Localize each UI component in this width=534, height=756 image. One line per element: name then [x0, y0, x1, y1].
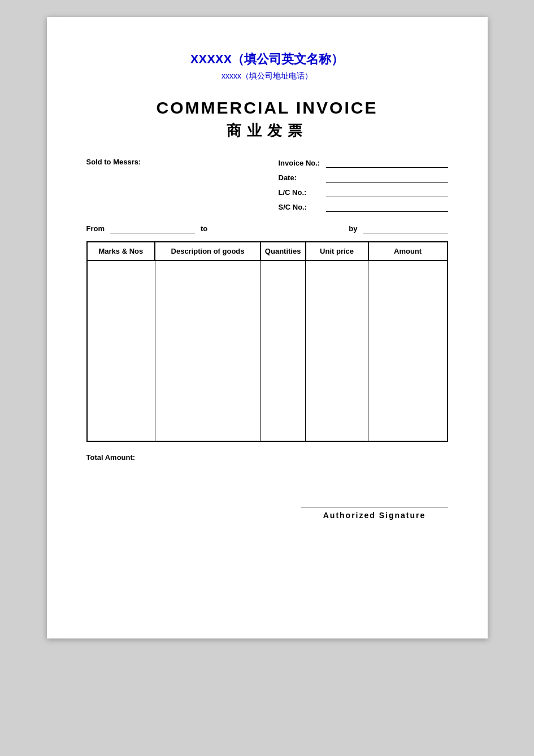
unit-price-cell[interactable]	[306, 260, 368, 441]
sc-no-field[interactable]	[326, 202, 448, 212]
invoice-page: XXXXX（填公司英文名称） xxxxx（填公司地址电话） COMMERCIAL…	[47, 17, 488, 638]
total-amount-label: Total Amount:	[86, 453, 448, 462]
col-unit-price-header: Unit price	[306, 242, 368, 260]
company-header: XXXXX（填公司英文名称） xxxxx（填公司地址电话）	[86, 51, 448, 81]
to-label: to	[201, 224, 207, 233]
col-quantities-header: Quantities	[261, 242, 306, 260]
invoice-no-row: Invoice No.:	[279, 158, 448, 168]
info-section: Sold to Messrs: Invoice No.: Date: L/C N…	[86, 158, 448, 212]
signature-line	[301, 507, 448, 507]
invoice-no-field[interactable]	[326, 158, 448, 168]
by-label: by	[349, 224, 357, 233]
info-right: Invoice No.: Date: L/C No.: S/C No.:	[279, 158, 448, 212]
sc-no-row: S/C No.:	[279, 202, 448, 212]
from-label: From	[86, 224, 105, 233]
info-left: Sold to Messrs:	[86, 158, 279, 212]
from-field[interactable]	[110, 223, 195, 233]
company-address: xxxxx（填公司地址电话）	[86, 71, 448, 81]
col-amount-header: Amount	[368, 242, 448, 260]
invoice-table: Marks & Nos Description of goods Quantit…	[86, 241, 448, 442]
table-row	[87, 260, 448, 441]
lc-no-label: L/C No.:	[279, 188, 324, 197]
from-to-by-row: From to by	[86, 223, 448, 233]
date-field[interactable]	[326, 172, 448, 183]
description-cell[interactable]	[155, 260, 261, 441]
invoice-title-english: COMMERCIAL INVOICE	[86, 98, 448, 118]
date-label: Date:	[279, 173, 324, 182]
lc-no-field[interactable]	[326, 187, 448, 197]
marks-cell[interactable]	[87, 260, 155, 441]
signature-label: Authorized Signature	[301, 511, 448, 520]
invoice-title-chinese: 商业发票	[86, 121, 448, 141]
by-field[interactable]	[363, 223, 448, 233]
lc-no-row: L/C No.:	[279, 187, 448, 197]
sc-no-label: S/C No.:	[279, 203, 324, 211]
signature-section: Authorized Signature	[86, 507, 448, 520]
quantities-cell[interactable]	[261, 260, 306, 441]
col-description-header: Description of goods	[155, 242, 261, 260]
col-marks-header: Marks & Nos	[87, 242, 155, 260]
sold-to-label: Sold to Messrs:	[86, 158, 279, 166]
company-name: XXXXX（填公司英文名称）	[86, 51, 448, 68]
invoice-no-label: Invoice No.:	[279, 159, 324, 167]
date-row: Date:	[279, 172, 448, 183]
amount-cell[interactable]	[368, 260, 448, 441]
